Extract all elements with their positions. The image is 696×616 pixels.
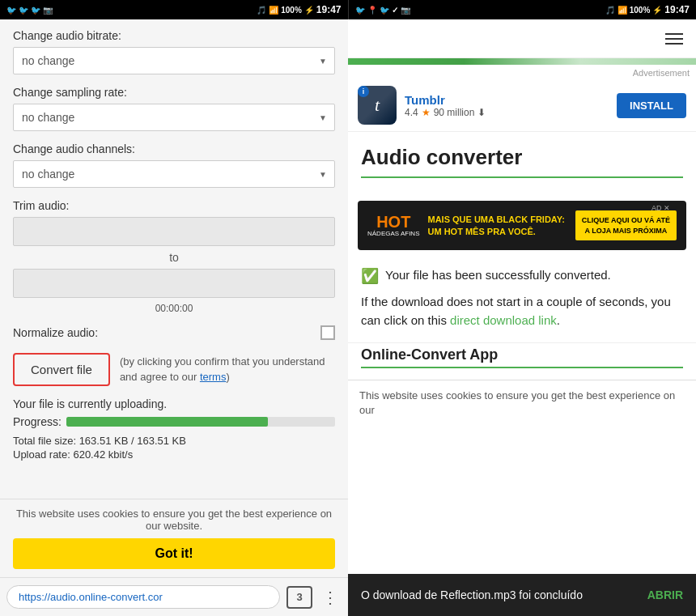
hot-ad-message: MAIS QUE UMA BLACK FRIDAY:UM HOT MÊS PRA… bbox=[427, 214, 567, 237]
time-right: 19:47 bbox=[664, 4, 690, 15]
twitter-icon-r1: 🐦 bbox=[355, 6, 365, 15]
menu-dots-icon[interactable]: ⋮ bbox=[319, 584, 342, 610]
trim-label: Trim audio: bbox=[13, 199, 335, 212]
hot-ad-inner: HOT NÁDEGAS AFINS MAIS QUE UMA BLACK FRI… bbox=[358, 201, 686, 250]
left-panel: Change audio bitrate: no change Change s… bbox=[0, 19, 348, 616]
hamburger-menu[interactable] bbox=[665, 33, 683, 45]
green-top-decoration bbox=[348, 58, 696, 65]
hot-sub-text: NÁDEGAS AFINS bbox=[367, 230, 419, 237]
channels-group: Change audio channels: no change bbox=[13, 142, 335, 188]
check-icon: ✓ bbox=[392, 6, 398, 15]
tumblr-logo-letter: t bbox=[375, 95, 380, 116]
right-right-status: 🎵 📶 100% ⚡ 19:47 bbox=[605, 4, 690, 15]
hamburger-line-2 bbox=[665, 38, 683, 40]
download-note-end: . bbox=[557, 313, 560, 327]
signal-icon: 📶 bbox=[269, 6, 278, 15]
ad-content: Tumblr 4.4 ★ 90 million ⬇ bbox=[405, 93, 609, 118]
battery-left: 100% bbox=[281, 6, 302, 15]
channels-select-wrapper: no change bbox=[13, 160, 335, 188]
upload-rate-text: Upload rate: 620.42 kbit/s bbox=[13, 448, 335, 461]
trim-to-label: to bbox=[13, 251, 335, 264]
left-status-icons: 🐦 🐦 🐦 📷 bbox=[6, 6, 53, 15]
hot-ad-banner: AD ✕ HOT NÁDEGAS AFINS MAIS QUE UMA BLAC… bbox=[358, 201, 686, 250]
ad-app-icon-container: t i bbox=[358, 86, 397, 125]
cookie-banner-right: This website uses cookies to ensure you … bbox=[348, 380, 696, 426]
terms-link[interactable]: terms bbox=[200, 371, 227, 383]
info-icon: i bbox=[363, 87, 365, 96]
left-scrollable: Change audio bitrate: no change Change s… bbox=[0, 19, 348, 499]
battery-right: 100% bbox=[630, 6, 651, 15]
convert-note-end: ) bbox=[226, 371, 229, 383]
tab-count[interactable]: 3 bbox=[286, 586, 312, 609]
hot-ad-badge: AD ✕ bbox=[651, 204, 670, 212]
bluetooth-icon: 🎵 bbox=[257, 6, 266, 15]
time-left: 19:47 bbox=[316, 4, 342, 15]
trim-input-from[interactable] bbox=[13, 217, 335, 246]
trim-input-to[interactable] bbox=[13, 269, 335, 298]
channels-select[interactable]: no change bbox=[13, 160, 335, 188]
cookie-text-left: This website uses cookies to ensure you … bbox=[13, 508, 335, 532]
direct-download-link[interactable]: direct download link bbox=[450, 313, 557, 327]
twitter-icon-2: 🐦 bbox=[19, 6, 28, 15]
charging-icon-left: ⚡ bbox=[304, 6, 314, 15]
app-section-title: Online-Convert App bbox=[361, 346, 683, 363]
charging-icon-right: ⚡ bbox=[652, 6, 662, 15]
camera-icon-r: 📷 bbox=[401, 6, 410, 15]
sampling-select-wrapper: no change bbox=[13, 104, 335, 131]
cookie-banner-left: This website uses cookies to ensure you … bbox=[0, 499, 348, 577]
convert-file-button[interactable]: Convert file bbox=[13, 353, 110, 386]
progress-bar-container: Progress: bbox=[13, 415, 335, 428]
app-section-underline bbox=[361, 367, 683, 368]
ad-download-icon: ⬇ bbox=[477, 107, 486, 118]
progress-bar-fill bbox=[66, 417, 268, 427]
convert-section: Convert file (by clicking you confirm th… bbox=[13, 353, 335, 386]
camera-icon: 📷 bbox=[43, 6, 53, 15]
ad-banner: t i Tumblr 4.4 ★ 90 million ⬇ INSTALL bbox=[348, 79, 696, 132]
right-top-bar bbox=[348, 19, 696, 58]
success-checkmark-icon: ✅ bbox=[361, 267, 379, 285]
twitter-icon-r2: 🐦 bbox=[380, 6, 389, 15]
sampling-group: Change sampling rate: no change bbox=[13, 86, 335, 131]
right-status-icons: 🐦 📍 🐦 ✓ 📷 bbox=[355, 6, 410, 15]
app-section: Online-Convert App bbox=[348, 342, 696, 380]
ad-rating-value: 4.4 bbox=[405, 107, 418, 118]
bottom-bar-left: https://audio.online-convert.cor 3 ⋮ bbox=[0, 577, 348, 616]
trim-time-display: 00:00:00 bbox=[13, 303, 335, 314]
got-it-button[interactable]: Got it! bbox=[13, 538, 335, 569]
toast-action-button[interactable]: ABRIR bbox=[647, 588, 683, 601]
download-toast: O download de Reflection.mp3 foi concluí… bbox=[348, 574, 696, 616]
ad-rating: 4.4 ★ 90 million ⬇ bbox=[405, 107, 609, 118]
success-section: ✅ Your file has been successfully conver… bbox=[348, 257, 696, 339]
normalize-checkbox[interactable] bbox=[320, 325, 335, 340]
bitrate-select[interactable]: no change bbox=[13, 47, 335, 74]
audio-converter-section: Audio converter bbox=[348, 132, 696, 194]
bitrate-select-wrapper: no change bbox=[13, 47, 335, 74]
ad-install-button[interactable]: INSTALL bbox=[617, 93, 686, 118]
channels-label: Change audio channels: bbox=[13, 142, 335, 155]
upload-status-section: Your file is currently uploading. Progre… bbox=[13, 397, 335, 461]
sampling-select[interactable]: no change bbox=[13, 104, 335, 131]
status-bars: 🐦 🐦 🐦 📷 🎵 📶 100% ⚡ 19:47 🐦 📍 🐦 ✓ 📷 🎵 📶 1… bbox=[0, 0, 696, 19]
toast-text: O download de Reflection.mp3 foi concluí… bbox=[361, 588, 583, 601]
hamburger-line-1 bbox=[665, 33, 683, 35]
url-bar[interactable]: https://audio.online-convert.cor bbox=[6, 585, 280, 609]
uploading-text: Your file is currently uploading. bbox=[13, 397, 335, 410]
hot-logo: HOT NÁDEGAS AFINS bbox=[367, 214, 419, 237]
audio-converter-title: Audio converter bbox=[361, 145, 683, 170]
location-icon: 📍 bbox=[367, 6, 377, 15]
ad-stars: ★ bbox=[422, 107, 431, 118]
main-content: Change audio bitrate: no change Change s… bbox=[0, 19, 696, 616]
twitter-icon-3: 🐦 bbox=[31, 6, 40, 15]
download-note: If the download does not start in a coup… bbox=[361, 293, 683, 329]
bitrate-group: Change audio bitrate: no change bbox=[13, 29, 335, 74]
progress-label: Progress: bbox=[13, 415, 62, 428]
left-right-status: 🎵 📶 100% ⚡ 19:47 bbox=[257, 4, 341, 15]
right-panel: Advertisement t i Tumblr 4.4 ★ 90 bbox=[348, 19, 696, 616]
normalize-label: Normalize audio: bbox=[13, 326, 98, 339]
signal-icon-r: 📶 bbox=[617, 6, 627, 15]
convert-note: (by clicking you confirm that you unders… bbox=[120, 355, 335, 384]
ad-info-badge: i bbox=[358, 86, 369, 97]
hot-ad-cta[interactable]: CLIQUE AQUI OU VÁ ATÉA LOJA MAIS PRÓXIMA bbox=[575, 210, 677, 240]
hot-logo-text: HOT bbox=[376, 214, 410, 230]
cookie-text-right: This website uses cookies to ensure you … bbox=[359, 389, 685, 418]
